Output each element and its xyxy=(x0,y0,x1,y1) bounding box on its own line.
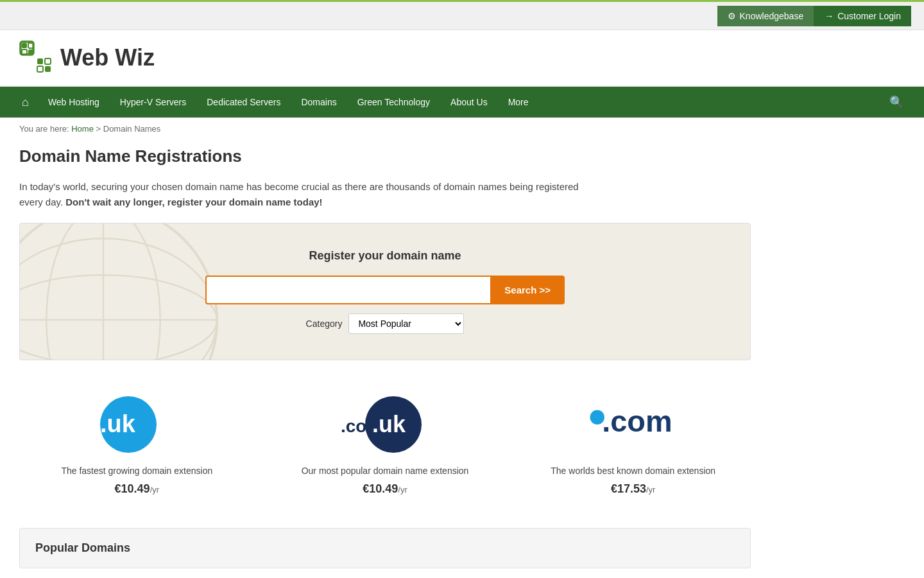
customer-login-button[interactable]: → Customer Login xyxy=(814,6,911,26)
logo-text: Web Wiz xyxy=(60,44,155,71)
svg-text:.uk: .uk xyxy=(372,411,406,437)
nav-item-green-technology[interactable]: Green Technology xyxy=(347,87,440,118)
gear-icon: ⚙ xyxy=(728,11,736,21)
nav-item-hyperv-servers[interactable]: Hyper-V Servers xyxy=(110,87,196,118)
globe-bg-icon xyxy=(19,223,225,360)
uk-logo-area: .uk xyxy=(85,392,188,457)
domain-card-com: .com The worlds best known domain extens… xyxy=(515,392,751,496)
popular-domains-section: Popular Domains xyxy=(19,528,751,568)
breadcrumb-separator: > xyxy=(96,124,103,134)
svg-text:.co: .co xyxy=(341,416,366,436)
breadcrumb-current: Domain Names xyxy=(103,124,161,134)
page-title: Domain Name Registrations xyxy=(19,146,751,166)
knowledgebase-button[interactable]: ⚙ Knowledgebase xyxy=(717,6,815,26)
domain-card-uk: .uk The fastest growing domain extension… xyxy=(19,392,255,496)
login-icon: → xyxy=(825,11,834,21)
uk-domain-logo: .uk xyxy=(95,396,178,453)
logo-link[interactable]: Web Wiz xyxy=(19,40,155,75)
breadcrumb-prefix: You are here: xyxy=(19,124,69,134)
search-icon: 🔍 xyxy=(889,95,903,109)
search-title: Register your domain name xyxy=(309,249,461,263)
logo-icon xyxy=(19,40,54,75)
nav-item-label: Hyper-V Servers xyxy=(120,97,186,107)
page-description: In today's world, securing your chosen d… xyxy=(19,179,597,210)
couk-domain-price: €10.49/yr xyxy=(363,482,407,496)
uk-domain-price: €10.49/yr xyxy=(115,482,160,496)
svg-rect-8 xyxy=(45,58,51,64)
domain-search-button[interactable]: Search >> xyxy=(490,276,565,304)
nav-item-domains[interactable]: Domains xyxy=(291,87,346,118)
nav-item-label: Green Technology xyxy=(357,97,430,107)
home-icon: ⌂ xyxy=(22,96,29,109)
page-description-bold: Don't wait any longer, register your dom… xyxy=(65,197,322,207)
header: Web Wiz xyxy=(0,30,924,87)
domain-search-input[interactable] xyxy=(205,276,490,304)
domain-search-box: Register your domain name Search >> Cate… xyxy=(19,223,751,360)
category-select[interactable]: Most Popular UK Domains International Ne… xyxy=(348,313,464,334)
knowledgebase-label: Knowledgebase xyxy=(740,11,804,21)
nav-item-web-hosting[interactable]: Web Hosting xyxy=(38,87,110,118)
nav-search-button[interactable]: 🔍 xyxy=(882,87,911,118)
nav-item-label: More xyxy=(508,97,529,107)
svg-rect-10 xyxy=(45,66,51,72)
uk-domain-desc: The fastest growing domain extension xyxy=(61,466,212,476)
domain-card-couk: .co .uk Our most popular domain name ext… xyxy=(268,392,503,496)
svg-rect-5 xyxy=(28,49,33,55)
com-domain-logo: .com xyxy=(585,399,681,450)
com-domain-desc: The worlds best known domain extension xyxy=(551,466,715,476)
nav-item-label: Web Hosting xyxy=(48,97,99,107)
com-price-per: /yr xyxy=(646,485,655,495)
com-domain-price: €17.53/yr xyxy=(611,482,656,496)
svg-point-14 xyxy=(19,238,217,360)
couk-price-per: /yr xyxy=(398,485,407,495)
search-row: Search >> xyxy=(205,276,565,304)
uk-price-per: /yr xyxy=(150,485,159,495)
breadcrumb-home-link[interactable]: Home xyxy=(71,124,94,134)
svg-rect-9 xyxy=(37,66,43,72)
domain-cards: .uk The fastest growing domain extension… xyxy=(19,380,751,509)
top-bar-actions: ⚙ Knowledgebase → Customer Login xyxy=(717,6,911,26)
svg-text:.com: .com xyxy=(602,405,672,438)
couk-logo-area: .co .uk xyxy=(334,392,436,457)
category-row: Category Most Popular UK Domains Interna… xyxy=(306,313,465,334)
couk-domain-logo: .co .uk xyxy=(337,396,433,453)
com-price-value: €17.53 xyxy=(611,482,646,495)
nav-item-more[interactable]: More xyxy=(498,87,539,118)
com-logo-area: .com xyxy=(582,392,685,457)
svg-text:.uk: .uk xyxy=(100,410,136,437)
main-content: Domain Name Registrations In today's wor… xyxy=(0,140,770,578)
nav-item-about-us[interactable]: About Us xyxy=(440,87,498,118)
svg-rect-2 xyxy=(22,43,27,48)
nav-item-dedicated-servers[interactable]: Dedicated Servers xyxy=(196,87,291,118)
svg-rect-7 xyxy=(37,58,43,64)
nav-item-label: Dedicated Servers xyxy=(207,97,280,107)
customer-login-label: Customer Login xyxy=(837,11,901,21)
couk-domain-desc: Our most popular domain name extension xyxy=(302,466,469,476)
couk-price-value: €10.49 xyxy=(363,482,398,495)
uk-price-value: €10.49 xyxy=(115,482,150,495)
nav-item-label: Domains xyxy=(301,97,336,107)
main-nav: ⌂ Web Hosting Hyper-V Servers Dedicated … xyxy=(0,87,924,118)
category-label: Category xyxy=(306,319,343,329)
popular-domains-title: Popular Domains xyxy=(35,541,735,555)
nav-home-button[interactable]: ⌂ xyxy=(13,87,38,118)
nav-item-label: About Us xyxy=(450,97,488,107)
breadcrumb: You are here: Home > Domain Names xyxy=(0,118,924,140)
top-bar: ⚙ Knowledgebase → Customer Login xyxy=(0,2,924,30)
